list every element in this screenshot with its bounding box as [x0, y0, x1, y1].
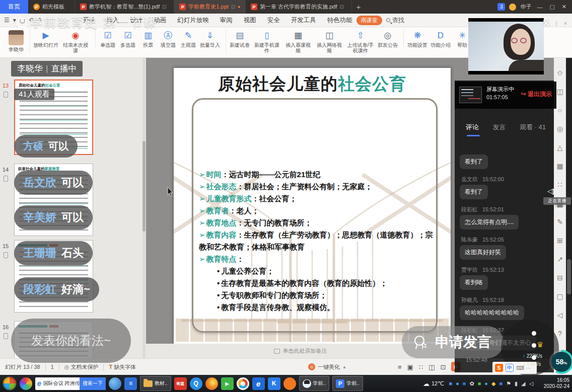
toolbar-button[interactable]: ▯新建手机课件: [251, 29, 282, 53]
image-icon[interactable]: ▢: [555, 292, 565, 300]
menu-item[interactable]: 开发工具: [291, 16, 316, 25]
video-app-icon[interactable]: [221, 377, 234, 390]
presenter-avatar[interactable]: [9, 30, 24, 45]
chat-tab[interactable]: 观看 · 41: [520, 123, 546, 132]
new-tab-button[interactable]: +: [352, 0, 365, 14]
protect-status[interactable]: 文档未保护: [70, 363, 98, 371]
toolbar-button[interactable]: ☑单选题: [98, 29, 118, 48]
tray-icon[interactable]: ■: [499, 380, 503, 387]
menu-dot[interactable]: [532, 343, 536, 348]
sogou-icon[interactable]: S: [495, 364, 503, 372]
weather-widget[interactable]: ☁12℃: [423, 380, 444, 387]
tray-icon[interactable]: ●: [456, 380, 459, 387]
tray-icon[interactable]: ⚑: [506, 380, 511, 387]
menu-item[interactable]: 特色功能: [327, 16, 352, 25]
firefox-icon[interactable]: [205, 377, 218, 390]
start-button[interactable]: [3, 376, 17, 390]
webcam-video[interactable]: [468, 18, 544, 74]
youdao-app-icon[interactable]: 有道: [174, 377, 187, 390]
toolbar-button[interactable]: ☑多选题: [118, 29, 138, 48]
toolbar-button[interactable]: ⇧上传试卷/手机课件: [345, 29, 376, 53]
exit-presentation-button[interactable]: ↪退出演示: [521, 90, 552, 99]
view-mode-icon[interactable]: ≡: [398, 363, 402, 371]
more-options-icon[interactable]: ⁝: [555, 20, 557, 27]
assistant-ball[interactable]: 58%: [549, 350, 572, 374]
shapes-icon[interactable]: ○: [555, 106, 565, 114]
user-name[interactable]: 华子: [520, 3, 531, 11]
tray-icon[interactable]: ◁: [529, 380, 533, 387]
chat-tab[interactable]: 评论: [466, 123, 479, 132]
tray-icon[interactable]: ✿: [469, 380, 474, 387]
meeting-window-button[interactable]: 学前..: [299, 376, 330, 391]
browser-app-icon[interactable]: [109, 377, 121, 390]
toolbar-button[interactable]: ⇓批量导入: [198, 29, 222, 48]
menu-item[interactable]: 幻灯片放映: [177, 16, 209, 25]
one-click-beautify-button[interactable]: ☺ 一键美化 ▲: [308, 363, 346, 371]
beautify-icon[interactable]: △: [555, 143, 565, 151]
toolbar-button[interactable]: ❋功能设置: [406, 29, 429, 48]
slide-canvas[interactable]: 原始社会儿童的社会公育 ➢时间：远古时期——公元前21世纪 ➢社会形态：群居社会…: [174, 68, 451, 344]
slides-icon[interactable]: ◫: [555, 88, 565, 96]
search-input[interactable]: 国际会议 跨洲传播: [43, 380, 80, 387]
comment-input-bubble[interactable]: 发表你的看法~: [11, 319, 131, 363]
taskbar-search[interactable]: e 国际会议 跨洲传播 搜索一下: [35, 377, 106, 390]
tray-icon[interactable]: ■: [463, 380, 466, 387]
table-icon[interactable]: ▦: [555, 162, 565, 170]
share-icon[interactable]: ↗: [555, 255, 565, 263]
collapse-icon[interactable]: ＾: [562, 20, 568, 29]
folder-window-button[interactable]: 教材..: [140, 376, 171, 391]
taskbar-clock[interactable]: 16:05 2020-02-24: [538, 377, 569, 389]
tray-icon[interactable]: ▮: [515, 380, 518, 387]
right-scrollbar-track[interactable]: [566, 58, 572, 358]
menu-item[interactable]: 视图: [244, 16, 256, 25]
tray-icon[interactable]: ◆: [491, 380, 495, 387]
view-mode-icon[interactable]: ⊡: [440, 363, 446, 371]
sogou-browser-icon[interactable]: [283, 377, 296, 390]
minimize-button[interactable]: —: [535, 4, 544, 10]
comment-icon[interactable]: ⊟: [555, 274, 565, 282]
document-tab[interactable]: P 稻壳模板: [28, 0, 75, 14]
tray-icon[interactable]: ■: [449, 380, 453, 387]
search-button[interactable]: 搜索一下: [80, 377, 106, 390]
seal-icon[interactable]: ◎: [555, 125, 565, 133]
pin-icon[interactable]: ⊡: [162, 4, 166, 10]
tray-icon[interactable]: ■: [478, 380, 481, 387]
pinned-app-icon[interactable]: [20, 377, 32, 390]
audio-icon[interactable]: ◁: [555, 311, 565, 319]
scrollbar-thumb[interactable]: [567, 259, 571, 294]
apps-grid-icon[interactable]: ∷: [555, 181, 565, 189]
k-app-icon[interactable]: K: [268, 377, 280, 390]
toolbar-button[interactable]: ◫插入网络视频: [314, 29, 345, 53]
close-button[interactable]: ✕: [560, 4, 568, 10]
toolbar-button[interactable]: ✎主观题: [178, 29, 198, 48]
tray-icon[interactable]: ◢: [521, 380, 525, 387]
list-app-icon[interactable]: [124, 377, 137, 390]
font-missing-status[interactable]: 缺失字体: [114, 363, 136, 371]
menu-item[interactable]: 审阅: [220, 16, 233, 25]
find-button[interactable]: 查找: [386, 16, 404, 25]
edit-icon[interactable]: ✎: [555, 218, 565, 226]
tab-home[interactable]: 首页: [0, 0, 28, 14]
document-tab[interactable]: P 第一章 古代学前教育的实施.pdf ⊡: [246, 0, 352, 14]
toolbar-button[interactable]: ◉结束本次授课: [60, 29, 91, 53]
webcam-close-icon[interactable]: ✕: [542, 17, 550, 29]
notification-badge[interactable]: 3: [497, 3, 505, 11]
raise-hand-button[interactable]: 申请发言: [402, 326, 504, 358]
insert-icon[interactable]: ⊞: [555, 237, 565, 245]
document-tab[interactable]: P 学前教育史1.ppt ⊡ ●: [174, 0, 246, 14]
quick-access-icon[interactable]: ☰: [4, 17, 10, 24]
favorite-icon[interactable]: ✩: [555, 69, 565, 77]
tray-icon[interactable]: ●: [484, 380, 488, 387]
rings-app-icon[interactable]: [237, 377, 249, 390]
chinese-mode-icon[interactable]: 中: [506, 364, 514, 372]
toolbar-button[interactable]: ▤新建试卷: [228, 29, 251, 48]
chat-tab[interactable]: 发言: [492, 123, 506, 132]
view-mode-icon[interactable]: ▣: [407, 363, 413, 371]
rain-classroom-tab[interactable]: 雨课堂: [356, 16, 382, 25]
toolbar-button[interactable]: ▶放映幻灯片: [32, 29, 60, 48]
menu-item[interactable]: 安全: [267, 16, 280, 25]
wps-window-button[interactable]: P学前..: [332, 376, 363, 391]
pin-icon[interactable]: ⊡: [339, 4, 343, 10]
quick-access-icon[interactable]: ▾: [13, 17, 16, 24]
view-mode-icon[interactable]: ◫: [428, 363, 435, 371]
